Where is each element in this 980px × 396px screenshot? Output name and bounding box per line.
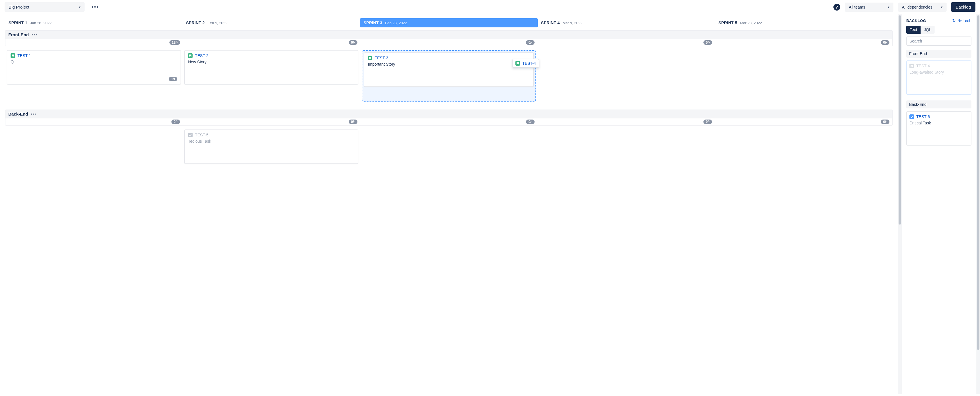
count-pill: 0/-: [349, 120, 358, 124]
issue-title: Important Story: [368, 62, 530, 67]
count-pill: 0/-: [703, 40, 712, 45]
chevron-down-icon: ▾: [79, 5, 81, 9]
issue-title: New Story: [188, 60, 355, 64]
project-dropdown[interactable]: Big Project ▾: [5, 2, 84, 12]
story-icon: [368, 55, 372, 60]
issue-card[interactable]: TEST-5 Tedious Task: [184, 130, 358, 164]
group-header-frontend: Front-End •••: [5, 30, 892, 39]
tab-text[interactable]: Text: [906, 26, 921, 34]
board-scrollbar[interactable]: [898, 14, 902, 394]
scrollbar-thumb[interactable]: [899, 16, 901, 225]
count-pill: 0/-: [526, 40, 535, 45]
count-pill: 0/-: [881, 120, 889, 124]
chevron-down-icon: ▾: [941, 5, 943, 9]
issue-title: Tedious Task: [188, 139, 355, 144]
drop-target[interactable]: TEST-3 Important Story TEST-4: [362, 50, 536, 101]
issue-title: Q: [11, 60, 177, 64]
chevron-down-icon: ▾: [888, 5, 889, 9]
sprint-header-2[interactable]: SPRINT 2 Feb 9, 2022: [183, 18, 360, 27]
group-title: Front-End: [8, 32, 29, 37]
estimate-pill: 19: [169, 77, 177, 81]
backlog-group-frontend: Front-End: [906, 50, 971, 58]
dep-filter-label: All dependencies: [902, 5, 932, 10]
issue-key: TEST-5: [195, 133, 208, 137]
task-icon: [909, 114, 914, 119]
issue-key: TEST-4: [522, 61, 536, 66]
backend-counts-row: 0/- 0/- 0/- 0/- 0/-: [5, 119, 892, 125]
more-icon[interactable]: •••: [31, 112, 37, 116]
issue-key: TEST-2: [195, 53, 208, 58]
backlog-search-input[interactable]: [906, 36, 971, 46]
backlog-scrollbar[interactable]: [976, 14, 980, 394]
issue-card[interactable]: TEST-3 Important Story TEST-4: [364, 52, 533, 87]
sprint-header-4[interactable]: SPRINT 4 Mar 9, 2022: [538, 18, 715, 27]
refresh-button[interactable]: ↻ Refresh: [952, 18, 971, 23]
backlog-toggle-button[interactable]: Backlog: [951, 2, 975, 12]
backlog-group-backend: Back-End: [906, 100, 971, 108]
frontend-counts-row: 19/- 0/- 0/- 0/- 0/-: [5, 39, 892, 46]
main-area: SPRINT 1 Jan 26, 2022 SPRINT 2 Feb 9, 20…: [0, 14, 980, 394]
issue-key: TEST-3: [375, 55, 388, 60]
count-pill: 0/-: [526, 120, 535, 124]
count-pill: 0/-: [881, 40, 889, 45]
top-toolbar: Big Project ▾ ••• ? All teams ▾ All depe…: [0, 0, 980, 14]
sprint-header-row: SPRINT 1 Jan 26, 2022 SPRINT 2 Feb 9, 20…: [5, 14, 892, 30]
dragging-issue-chip[interactable]: TEST-4: [512, 59, 539, 68]
dependencies-filter-dropdown[interactable]: All dependencies ▾: [898, 3, 947, 12]
backlog-title: BACKLOG: [906, 19, 926, 23]
teams-filter-label: All teams: [849, 5, 865, 10]
more-icon[interactable]: •••: [32, 32, 38, 37]
sprint-header-1[interactable]: SPRINT 1 Jan 26, 2022: [5, 18, 183, 27]
issue-key: TEST-1: [18, 53, 31, 58]
backlog-panel: BACKLOG ↻ Refresh Text JQL Front-End TES…: [902, 14, 976, 394]
story-icon: [11, 53, 15, 58]
search-mode-segmented: Text JQL: [906, 26, 935, 34]
issue-card[interactable]: TEST-2 New Story: [184, 50, 358, 84]
scrollbar-thumb[interactable]: [977, 16, 979, 350]
count-pill: 0/-: [172, 120, 180, 124]
frontend-cards-row: TEST-1 Q 19 TEST-2 New S: [5, 50, 892, 101]
teams-filter-dropdown[interactable]: All teams ▾: [845, 3, 893, 12]
backend-cards-row: TEST-5 Tedious Task: [5, 130, 892, 164]
tab-jql[interactable]: JQL: [921, 26, 935, 34]
refresh-icon: ↻: [952, 18, 956, 23]
count-pill: 19/-: [169, 40, 180, 45]
more-icon[interactable]: •••: [89, 3, 102, 11]
count-pill: 0/-: [349, 40, 358, 45]
issue-card[interactable]: TEST-1 Q 19: [7, 50, 181, 84]
help-icon[interactable]: ?: [834, 4, 840, 11]
group-title: Back-End: [8, 112, 28, 116]
group-header-backend: Back-End •••: [5, 109, 892, 119]
story-icon: [515, 61, 520, 66]
sprint-header-3[interactable]: SPRINT 3 Feb 23, 2022: [360, 18, 538, 27]
count-pill: 0/-: [703, 120, 712, 124]
issue-key: TEST-4: [916, 63, 930, 68]
issue-title: Critical Task: [909, 121, 968, 125]
story-icon: [188, 53, 192, 58]
story-icon: [909, 63, 914, 68]
project-name: Big Project: [9, 5, 29, 10]
issue-title: Long-awaited Story: [909, 70, 968, 74]
sprint-header-5[interactable]: SPRINT 5 Mar 23, 2022: [715, 18, 892, 27]
board-scroll[interactable]: SPRINT 1 Jan 26, 2022 SPRINT 2 Feb 9, 20…: [0, 14, 898, 394]
backlog-card[interactable]: TEST-6 Critical Task: [906, 111, 971, 146]
backlog-card[interactable]: TEST-4 Long-awaited Story: [906, 60, 971, 95]
task-icon: [188, 133, 192, 137]
issue-key: TEST-6: [916, 114, 930, 119]
